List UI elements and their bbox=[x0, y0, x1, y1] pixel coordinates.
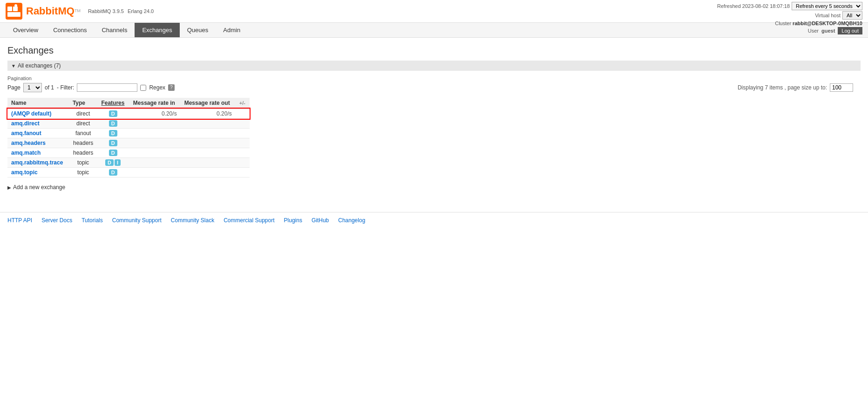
pagination-label: Pagination bbox=[7, 75, 861, 81]
footer-link[interactable]: Community Support bbox=[112, 217, 162, 224]
exchange-name-link[interactable]: amq.match bbox=[11, 150, 41, 156]
logout-button[interactable]: Log out bbox=[838, 27, 862, 34]
displaying-label: Displaying 7 items , page size up to: bbox=[738, 84, 827, 91]
vhost-row: Virtual host All bbox=[717, 11, 862, 20]
nav-channels[interactable]: Channels bbox=[94, 23, 135, 37]
vhost-label: Virtual host bbox=[815, 13, 841, 18]
exchange-features: D bbox=[97, 168, 129, 178]
col-rate-out: Message rate out bbox=[181, 98, 236, 109]
exchange-type: headers bbox=[69, 148, 98, 158]
table-row[interactable]: amq.fanoutfanoutD bbox=[7, 129, 250, 138]
exchange-rate-out bbox=[181, 129, 236, 138]
table-row[interactable]: amq.headersheadersD bbox=[7, 138, 250, 148]
add-exchange-label: Add a new exchange bbox=[13, 184, 65, 191]
erlang-version: Erlang 24.0 bbox=[128, 8, 154, 14]
page-size-right: Displaying 7 items , page size up to: bbox=[738, 83, 853, 92]
feature-badge: D bbox=[105, 159, 114, 166]
exchange-features: D bbox=[97, 119, 129, 129]
all-exchanges-header[interactable]: ▼ All exchanges (7) bbox=[7, 61, 861, 71]
exchange-rate-out bbox=[181, 148, 236, 158]
logo-area: RabbitMQTM RabbitMQ 3.9.5 Erlang 24.0 bbox=[6, 3, 154, 20]
exchange-name[interactable]: amq.headers bbox=[7, 138, 69, 148]
footer-link[interactable]: Commercial Support bbox=[224, 217, 274, 224]
exchange-name[interactable]: amq.fanout bbox=[7, 129, 69, 138]
footer-link[interactable]: Tutorials bbox=[81, 217, 103, 224]
exchange-plus-minus bbox=[236, 148, 250, 158]
exchange-rate-out bbox=[181, 138, 236, 148]
exchange-rate-in bbox=[129, 168, 181, 178]
exchange-plus-minus bbox=[236, 119, 250, 129]
table-row[interactable]: amq.directdirectD bbox=[7, 119, 250, 129]
section-arrow-icon: ▼ bbox=[11, 63, 16, 68]
exchange-plus-minus bbox=[236, 168, 250, 178]
exchange-features: DI bbox=[97, 158, 129, 168]
nav-queues[interactable]: Queues bbox=[180, 23, 216, 37]
section-label: All exchanges (7) bbox=[18, 62, 61, 69]
exchange-rate-in bbox=[129, 148, 181, 158]
col-name: Name bbox=[7, 98, 69, 109]
filter-input[interactable] bbox=[77, 83, 137, 92]
regex-label: Regex bbox=[149, 84, 165, 91]
exchange-features: D bbox=[97, 129, 129, 138]
exchange-features: D bbox=[97, 148, 129, 158]
exchange-name[interactable]: (AMQP default) bbox=[7, 109, 69, 119]
page-title: Exchanges bbox=[7, 45, 861, 56]
table-row[interactable]: amq.matchheadersD bbox=[7, 148, 250, 158]
exchange-features: D bbox=[97, 109, 129, 119]
cluster-value: rabbit@DESKTOP-0MQBH10 bbox=[793, 20, 862, 26]
nav-overview[interactable]: Overview bbox=[6, 23, 46, 37]
exchange-name[interactable]: amq.rabbitmq.trace bbox=[7, 158, 69, 168]
main-content: Exchanges ▼ All exchanges (7) Pagination… bbox=[0, 38, 868, 198]
logo-tm: TM bbox=[75, 8, 81, 13]
table-row[interactable]: amq.topictopicD bbox=[7, 168, 250, 178]
exchange-name[interactable]: amq.direct bbox=[7, 119, 69, 129]
cluster-row: Cluster rabbit@DESKTOP-0MQBH10 bbox=[717, 20, 862, 26]
exchange-name-link[interactable]: amq.rabbitmq.trace bbox=[11, 159, 63, 166]
user-label: User bbox=[808, 28, 819, 34]
exchange-name-link[interactable]: amq.headers bbox=[11, 140, 46, 146]
page-label: Page bbox=[7, 84, 20, 91]
col-features[interactable]: Features bbox=[97, 98, 129, 109]
page-select[interactable]: 1 bbox=[23, 83, 42, 92]
footer-link[interactable]: Server Docs bbox=[41, 217, 72, 224]
user-value: guest bbox=[821, 28, 835, 34]
exchange-name-link[interactable]: amq.topic bbox=[11, 169, 38, 176]
footer-link[interactable]: Changelog bbox=[338, 217, 365, 224]
refresh-select[interactable]: Refresh every 5 seconds bbox=[792, 2, 862, 10]
nav-connections[interactable]: Connections bbox=[46, 23, 94, 37]
col-plus-minus[interactable]: +/- bbox=[236, 98, 250, 109]
footer-link[interactable]: Community Slack bbox=[171, 217, 214, 224]
col-rate-in: Message rate in bbox=[129, 98, 181, 109]
exchange-name-link[interactable]: (AMQP default) bbox=[11, 110, 51, 117]
nav-admin[interactable]: Admin bbox=[216, 23, 248, 37]
exchange-name[interactable]: amq.topic bbox=[7, 168, 69, 178]
feature-badge: D bbox=[109, 130, 117, 137]
table-row[interactable]: amq.rabbitmq.tracetopicDI bbox=[7, 158, 250, 168]
exchange-name[interactable]: amq.match bbox=[7, 148, 69, 158]
regex-checkbox[interactable] bbox=[140, 85, 146, 91]
exchange-type: direct bbox=[69, 109, 98, 119]
feature-badge: D bbox=[109, 150, 117, 156]
table-row[interactable]: (AMQP default)directD0.20/s0.20/s bbox=[7, 109, 250, 119]
help-icon[interactable]: ? bbox=[168, 84, 175, 91]
exchange-rate-in bbox=[129, 158, 181, 168]
footer-link[interactable]: Plugins bbox=[284, 217, 302, 224]
pagination-controls: Page 1 of 1 - Filter: Regex ? bbox=[7, 83, 175, 92]
exchange-type: headers bbox=[69, 138, 98, 148]
feature-badge: D bbox=[109, 140, 117, 146]
exchange-rate-in bbox=[129, 129, 181, 138]
add-exchange-toggle[interactable]: ▶ Add a new exchange bbox=[7, 184, 861, 191]
footer-link[interactable]: HTTP API bbox=[7, 217, 32, 224]
exchange-plus-minus bbox=[236, 129, 250, 138]
page-size-input[interactable] bbox=[830, 83, 853, 92]
feature-badge: D bbox=[109, 169, 117, 176]
exchange-name-link[interactable]: amq.fanout bbox=[11, 130, 41, 137]
pagination-section: Pagination Page 1 of 1 - Filter: Regex ?… bbox=[7, 75, 861, 92]
nav-exchanges[interactable]: Exchanges bbox=[135, 23, 179, 37]
svg-rect-3 bbox=[7, 12, 20, 17]
footer-link[interactable]: GitHub bbox=[312, 217, 329, 224]
exchange-name-link[interactable]: amq.direct bbox=[11, 120, 40, 127]
footer: HTTP APIServer DocsTutorialsCommunity Su… bbox=[0, 212, 868, 228]
vhost-select[interactable]: All bbox=[842, 11, 862, 20]
cluster-label: Cluster bbox=[775, 20, 791, 26]
